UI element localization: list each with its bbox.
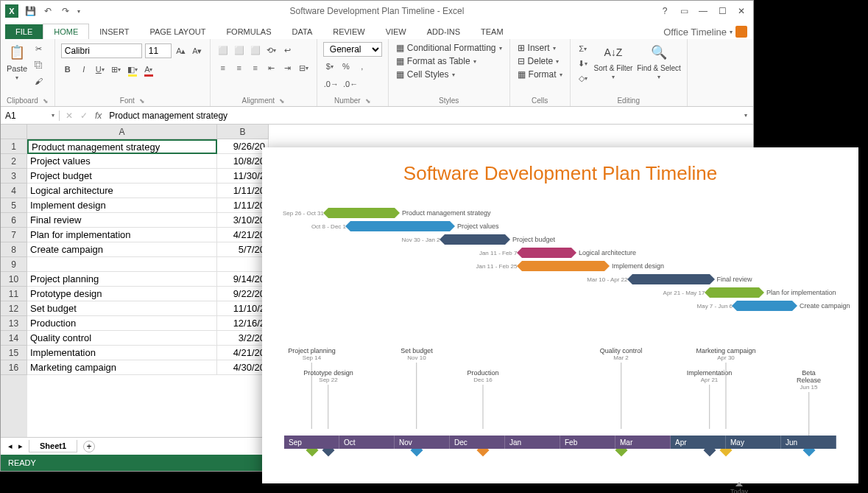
cell[interactable]: 10/8/20: [217, 154, 269, 169]
maximize-button[interactable]: ☐: [713, 4, 731, 18]
align-center-icon[interactable]: ≡: [233, 61, 246, 74]
cell[interactable]: Project values: [27, 154, 217, 169]
tab-data[interactable]: DATA: [282, 24, 323, 39]
row-header[interactable]: 4: [1, 183, 27, 198]
increase-font-icon[interactable]: A▴: [174, 44, 188, 57]
cell[interactable]: Implement design: [27, 198, 217, 213]
cell[interactable]: 11/10/2: [217, 301, 269, 316]
cell[interactable]: Set budget: [27, 301, 217, 316]
row-header[interactable]: 1: [1, 139, 27, 154]
cell[interactable]: Final review: [27, 213, 217, 228]
cell[interactable]: 9/14/20: [217, 272, 269, 287]
border-button[interactable]: ⊞▾: [110, 63, 123, 76]
cell[interactable]: 4/30/20: [217, 360, 269, 375]
cell[interactable]: 11/30/2: [217, 169, 269, 183]
format-painter-icon[interactable]: 🖌: [32, 74, 45, 88]
cell[interactable]: Production: [27, 316, 217, 331]
autosum-icon[interactable]: Σ▾: [576, 42, 590, 55]
enter-formula-icon[interactable]: ✓: [80, 111, 88, 121]
decrease-decimal-icon[interactable]: .0←: [342, 77, 359, 91]
select-all-corner[interactable]: [1, 125, 27, 139]
row-header[interactable]: 5: [1, 198, 27, 213]
cell[interactable]: Logical architecture: [27, 183, 217, 198]
row-header[interactable]: 10: [1, 272, 27, 287]
expand-formula-icon[interactable]: ▾: [744, 112, 747, 119]
comma-icon[interactable]: ,: [356, 60, 369, 73]
format-as-table-button[interactable]: ▦Format as Table▾: [395, 55, 478, 67]
cell-styles-button[interactable]: ▦Cell Styles▾: [395, 69, 456, 80]
row-header[interactable]: 14: [1, 331, 27, 346]
conditional-formatting-button[interactable]: ▦Conditional Formatting▾: [395, 42, 504, 54]
tab-file[interactable]: FILE: [5, 24, 43, 39]
save-icon[interactable]: 💾: [24, 5, 36, 17]
cell[interactable]: Marketing campaign: [27, 360, 217, 375]
ribbon-options-icon[interactable]: ▭: [675, 4, 693, 18]
cell[interactable]: Prototype design: [27, 287, 217, 301]
office-timeline-addin[interactable]: Office Timeline ▾: [657, 24, 753, 39]
cell[interactable]: 5/7/20: [217, 242, 269, 257]
insert-cells-button[interactable]: ⊞Insert▾: [516, 42, 557, 54]
sort-filter-button[interactable]: A↓Z Sort & Filter▾: [594, 42, 633, 80]
row-header[interactable]: 6: [1, 213, 27, 228]
align-middle-icon[interactable]: ⬜: [233, 43, 246, 57]
col-header-B[interactable]: B: [217, 125, 269, 139]
launcher-icon[interactable]: ⬊: [139, 97, 145, 105]
row-header[interactable]: 11: [1, 287, 27, 301]
underline-button[interactable]: U▾: [93, 63, 107, 76]
tab-formulas[interactable]: FORMULAS: [216, 24, 281, 39]
col-header-A[interactable]: A: [27, 125, 217, 139]
sheet-nav-prev-icon[interactable]: ◂: [8, 441, 13, 451]
close-button[interactable]: ✕: [733, 4, 750, 18]
add-sheet-button[interactable]: +: [83, 441, 95, 452]
row-header[interactable]: 8: [1, 242, 27, 257]
decrease-indent-icon[interactable]: ⇤: [265, 61, 278, 74]
row-header[interactable]: 12: [1, 301, 27, 316]
orientation-icon[interactable]: ⟲▾: [265, 43, 278, 57]
align-left-icon[interactable]: ≡: [216, 61, 230, 74]
tab-page-layout[interactable]: PAGE LAYOUT: [139, 24, 216, 39]
fx-icon[interactable]: fx: [95, 111, 102, 121]
sheet-tab-sheet1[interactable]: Sheet1: [29, 440, 77, 452]
number-format-select[interactable]: General: [323, 42, 382, 57]
cell[interactable]: 3/2/20: [217, 331, 269, 346]
cell[interactable]: [27, 257, 217, 272]
cell[interactable]: Plan for implementation: [27, 228, 217, 242]
launcher-icon[interactable]: ⬊: [279, 97, 285, 105]
cancel-formula-icon[interactable]: ✕: [66, 111, 73, 121]
delete-cells-button[interactable]: ⊟Delete▾: [516, 55, 561, 67]
name-box[interactable]: A1▾: [1, 111, 60, 121]
increase-indent-icon[interactable]: ⇥: [281, 61, 294, 74]
percent-icon[interactable]: %: [339, 60, 353, 73]
copy-icon[interactable]: ⿻: [32, 58, 45, 71]
cell[interactable]: 9/26/20: [217, 139, 269, 154]
cell[interactable]: 9/22/20: [217, 287, 269, 301]
fill-color-button[interactable]: ◧▾: [126, 63, 139, 76]
merge-button[interactable]: ⊟▾: [297, 61, 311, 74]
tab-insert[interactable]: INSERT: [89, 24, 139, 39]
align-right-icon[interactable]: ≡: [249, 61, 262, 74]
font-size-select[interactable]: [145, 43, 172, 58]
decrease-font-icon[interactable]: A▾: [191, 44, 204, 57]
cells-area[interactable]: Product management strategy9/26/20Projec…: [27, 139, 269, 437]
row-header[interactable]: 3: [1, 169, 27, 183]
find-select-button[interactable]: 🔍 Find & Select▾: [637, 42, 680, 80]
wrap-text-icon[interactable]: ↩: [281, 43, 294, 57]
format-cells-button[interactable]: ▦Format▾: [516, 69, 564, 80]
tab-home[interactable]: HOME: [43, 24, 89, 39]
cell[interactable]: 12/16/2: [217, 316, 269, 331]
bold-button[interactable]: B: [61, 63, 74, 76]
currency-icon[interactable]: $▾: [323, 60, 336, 73]
increase-decimal-icon[interactable]: .0→: [323, 77, 339, 91]
row-header[interactable]: 13: [1, 316, 27, 331]
cell[interactable]: 1/11/20: [217, 183, 269, 198]
row-header[interactable]: 9: [1, 257, 27, 272]
help-icon[interactable]: ?: [656, 4, 674, 18]
redo-icon[interactable]: ↷: [60, 5, 71, 17]
cell[interactable]: Product management strategy: [27, 139, 217, 154]
row-header[interactable]: 15: [1, 346, 27, 360]
font-color-button[interactable]: A▾: [142, 63, 155, 76]
row-header[interactable]: 2: [1, 154, 27, 169]
align-bottom-icon[interactable]: ⬜: [249, 43, 262, 57]
cell[interactable]: Project planning: [27, 272, 217, 287]
tab-review[interactable]: REVIEW: [322, 24, 375, 39]
